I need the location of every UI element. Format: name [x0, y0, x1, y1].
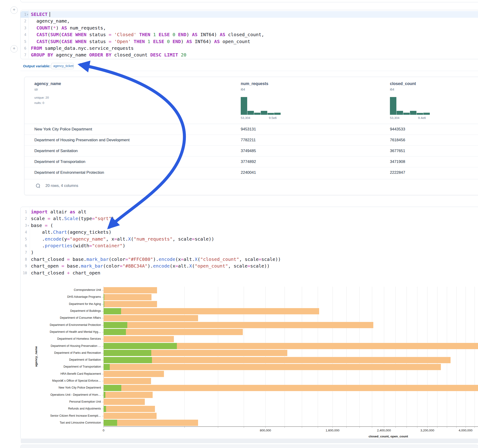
column-meta: unique: 20 — [34, 96, 49, 99]
category-label: Personal Exemption Unit — [39, 400, 101, 403]
gridline — [396, 287, 396, 426]
bar-open-count — [104, 294, 104, 300]
histogram-min-label: 53,304 — [241, 116, 250, 120]
gridline — [346, 287, 346, 426]
gridline — [456, 287, 457, 426]
bar-closed-count — [104, 322, 373, 328]
code-line: chart_closed = base.mark_bar(color="#FFC… — [31, 256, 281, 263]
chevron-down-icon[interactable]: ∨ — [27, 13, 28, 16]
y-tick — [102, 360, 104, 360]
x-tick-label: 3,200,000 — [420, 429, 434, 432]
output-variable-pill[interactable]: agency_tickets — [51, 63, 74, 69]
code-line: alt.Chart(agency_tickets) — [31, 229, 111, 236]
cell-value: 3677651 — [390, 149, 405, 153]
y-tick — [102, 304, 104, 305]
y-tick — [102, 395, 104, 395]
column-header-closed_count[interactable]: closed_count — [390, 81, 416, 86]
line-number: 7 — [20, 53, 26, 57]
y-tick — [102, 332, 104, 332]
bar-open-count — [104, 301, 104, 307]
bar-open-count — [104, 385, 121, 391]
bar-open-count — [104, 420, 117, 426]
category-label: Department of Housing Preservation … — [39, 344, 101, 348]
cell-agency-name: New York City Police Department — [34, 127, 92, 132]
add-cell-button-top[interactable]: + — [10, 6, 18, 14]
gridline — [372, 287, 372, 426]
gridline — [465, 287, 466, 426]
category-label: DHS Advantage Programs — [39, 295, 101, 299]
line-number: 5 — [21, 237, 27, 241]
gridline — [407, 287, 407, 426]
add-cell-button-middle[interactable]: + — [10, 45, 18, 53]
histogram-max-label: 9.4e6 — [418, 116, 426, 120]
bar-closed-count — [104, 308, 319, 314]
bar-closed-count — [104, 357, 451, 363]
category-label: Refunds and Adjustments — [39, 407, 101, 410]
code-line: agency_name, — [31, 18, 70, 25]
bar-open-count — [104, 308, 121, 314]
notebook-page: + + 1∨SELECT2 agency_name,3 COUNT(*) AS … — [0, 0, 478, 448]
cell-agency-name: Department of Environmental Protection — [34, 170, 104, 175]
x-tick-label: 0 — [103, 429, 104, 432]
cell-value: 7782211 — [241, 138, 256, 143]
sql-cell[interactable]: 1∨SELECT2 agency_name,3 COUNT(*) AS num_… — [20, 10, 478, 59]
y-tick — [102, 402, 104, 402]
python-cell[interactable]: 1import altair as alt2scale = alt.Scale(… — [20, 207, 478, 440]
cell-value: 9453131 — [241, 127, 256, 132]
y-tick — [102, 339, 104, 339]
code-line: ) — [31, 249, 34, 256]
code-line: GROUP BY agency_name ORDER BY closed_cou… — [31, 52, 186, 58]
line-number: 2 — [21, 217, 27, 221]
column-histogram — [390, 97, 431, 115]
y-tick — [102, 374, 104, 374]
histogram-bar — [254, 113, 261, 115]
cell-separator — [20, 71, 478, 71]
category-label: Operations Unit - Department of Hom… — [39, 393, 101, 396]
collapsed-cell-band[interactable] — [21, 439, 478, 443]
bar-open-count — [104, 329, 126, 335]
y-tick — [102, 381, 104, 381]
code-line: CAST(SUM(CASE WHEN status = 'Open' THEN … — [31, 38, 250, 45]
column-meta: nulls: 0 — [34, 101, 44, 105]
category-label: Mayorâ€ s Office of Special Enforce… — [39, 379, 101, 382]
bar-closed-count — [104, 420, 198, 426]
histogram-max-label: 9.5e6 — [269, 116, 277, 120]
gutter-separator — [28, 10, 29, 58]
category-label: Department of Health and Mental Hyg… — [39, 330, 101, 333]
next-cell-edge[interactable] — [20, 445, 478, 448]
table-row-count: 20 rows, 4 columns — [45, 183, 78, 188]
bar-closed-count — [104, 336, 174, 342]
chevron-down-icon[interactable]: ∨ — [27, 224, 29, 227]
table-footer-divider — [25, 179, 478, 179]
dataframe-preview-card: agency_namestrunique: 20nulls: 0num_requ… — [24, 77, 478, 195]
bar-closed-count — [104, 371, 164, 377]
search-icon[interactable] — [36, 184, 40, 188]
gridline — [302, 287, 302, 426]
bar-closed-count — [104, 413, 157, 419]
line-number: 10 — [21, 271, 27, 275]
bar-closed-count — [104, 315, 198, 321]
category-label: Senior Citizen Rent Increase Exempti… — [39, 414, 101, 417]
gridline — [359, 287, 360, 426]
code-line: chart_open = base.mark_bar(color="#8BC34… — [31, 263, 270, 269]
y-axis-title: agency_name — [34, 346, 38, 367]
histogram-bar — [390, 97, 396, 115]
gridline — [475, 287, 475, 426]
row-separator — [25, 156, 478, 156]
row-separator — [25, 145, 478, 146]
cell-value: 2222847 — [390, 170, 405, 175]
line-number: 2 — [20, 19, 26, 23]
column-type: i64 — [241, 87, 245, 91]
x-tick-label: 4,000,000 — [459, 429, 472, 432]
y-tick — [102, 290, 104, 290]
histogram-bar — [247, 111, 254, 115]
gridline — [284, 287, 285, 426]
cell-value: 3471908 — [390, 160, 405, 164]
gutter-separator-python — [30, 207, 30, 276]
category-label: Department of Buildings — [39, 309, 101, 312]
column-header-num_requests[interactable]: num_requests — [241, 81, 268, 86]
histogram-bar — [423, 113, 430, 115]
column-header-agency_name[interactable]: agency_name — [34, 81, 61, 86]
bar-open-count — [104, 392, 105, 398]
bar-open-count — [104, 343, 177, 349]
